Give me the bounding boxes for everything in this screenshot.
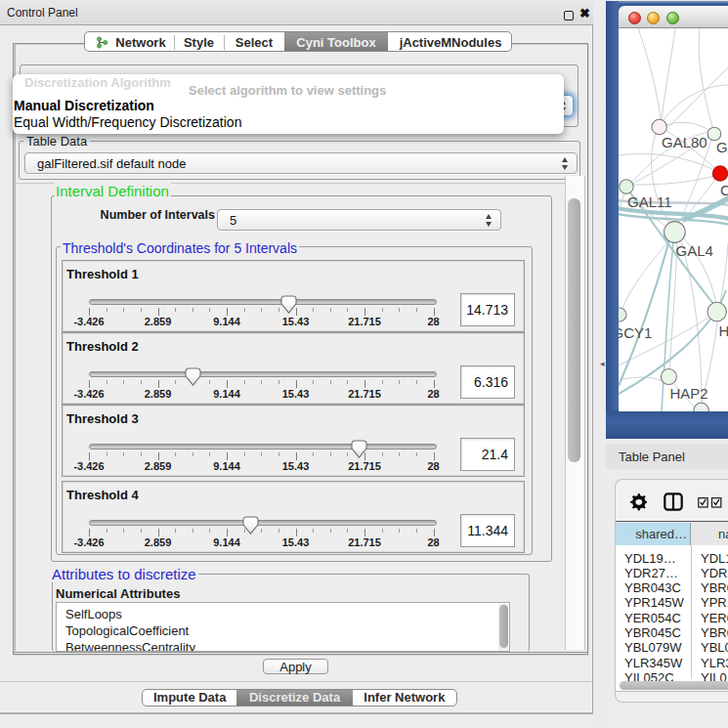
svg-text:GCY1: GCY1 bbox=[619, 324, 652, 341]
svg-text:HAP2: HAP2 bbox=[669, 385, 707, 402]
svg-text:GA: GA bbox=[716, 139, 728, 155]
svg-text:GAL4: GAL4 bbox=[676, 242, 713, 259]
svg-text:HO: HO bbox=[719, 322, 728, 339]
svg-text:GAL11: GAL11 bbox=[627, 193, 672, 210]
svg-text:GAL80: GAL80 bbox=[662, 134, 707, 150]
svg-text:C: C bbox=[720, 182, 728, 198]
